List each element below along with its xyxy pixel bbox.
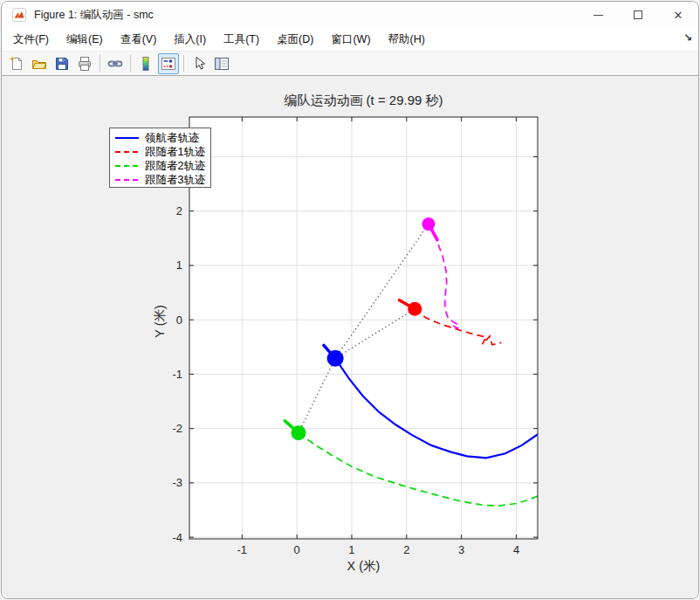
link-icon xyxy=(107,56,123,72)
property-inspector-button[interactable] xyxy=(211,53,232,74)
print-icon xyxy=(77,56,93,72)
dock-figure-icon[interactable]: ↘ xyxy=(683,31,692,44)
legend-line-sample xyxy=(115,137,139,140)
panel-icon xyxy=(214,56,230,72)
x-tick-label: 2 xyxy=(403,543,409,556)
x-tick-label: 4 xyxy=(513,543,519,556)
close-icon: ✕ xyxy=(674,10,683,21)
leader-marker xyxy=(327,350,344,367)
minimize-button[interactable] xyxy=(578,2,618,28)
menu-item-4[interactable]: 工具(T) xyxy=(215,29,268,51)
legend-label: 跟随者1轨迹 xyxy=(145,145,205,160)
y-tick-label: 0 xyxy=(176,314,182,327)
print-figure-button[interactable] xyxy=(74,53,95,74)
insert-legend-button[interactable] xyxy=(158,53,179,74)
open-file-button[interactable] xyxy=(29,53,50,74)
link-plot-button[interactable] xyxy=(105,53,126,74)
close-button[interactable]: ✕ xyxy=(658,2,698,28)
window-title: Figure 1: 编队动画 - smc xyxy=(34,8,154,23)
new-figure-button[interactable] xyxy=(6,53,27,74)
legend-icon xyxy=(161,56,176,72)
toolbar-separator xyxy=(100,55,100,72)
y-tick-label: 1 xyxy=(176,259,182,272)
maximize-icon xyxy=(634,10,642,19)
menu-item-1[interactable]: 编辑(E) xyxy=(58,29,112,51)
x-tick-label: 1 xyxy=(348,543,354,556)
figure-window: Figure 1: 编队动画 - smc ✕ 文件(F)编辑(E)查看(V)插入… xyxy=(1,1,699,599)
menu-bar: 文件(F)编辑(E)查看(V)插入(I)工具(T)桌面(D)窗口(W)帮助(H)… xyxy=(2,28,698,52)
x-axis-label: X (米) xyxy=(189,558,538,575)
toolbar-separator xyxy=(130,55,131,72)
toolbar-separator xyxy=(183,55,184,72)
legend-item-2[interactable]: 跟随者2轨迹 xyxy=(110,159,210,173)
minimize-icon xyxy=(594,15,603,16)
follower2-marker xyxy=(292,425,306,440)
y-tick-label: -3 xyxy=(172,476,182,489)
save-figure-button[interactable] xyxy=(51,53,72,74)
figure-toolbar xyxy=(2,52,698,76)
menu-item-0[interactable]: 文件(F) xyxy=(4,29,58,51)
x-tick-label: -1 xyxy=(237,543,248,556)
insert-colorbar-button[interactable] xyxy=(135,53,156,74)
y-tick-label: -2 xyxy=(172,422,182,435)
y-tick-label: 2 xyxy=(176,204,182,217)
cursor-arrow-icon xyxy=(191,56,207,72)
x-tick-label: 0 xyxy=(294,543,300,556)
menu-item-3[interactable]: 插入(I) xyxy=(165,29,215,51)
legend-line-sample xyxy=(115,165,139,167)
plot-title: 编队运动动画 (t = 29.99 秒) xyxy=(189,93,538,109)
menu-item-6[interactable]: 窗口(W) xyxy=(322,29,379,51)
legend-label: 跟随者2轨迹 xyxy=(145,159,205,174)
legend-label: 领航者轨迹 xyxy=(145,131,200,146)
legend-item-1[interactable]: 跟随者1轨迹 xyxy=(110,145,210,159)
new-figure-icon xyxy=(9,56,24,72)
follower1-marker xyxy=(408,302,422,316)
open-folder-icon xyxy=(31,56,47,72)
legend-line-sample xyxy=(115,179,139,181)
y-tick-label: -4 xyxy=(172,531,182,544)
menu-item-7[interactable]: 帮助(H) xyxy=(380,29,434,51)
menu-item-2[interactable]: 查看(V) xyxy=(112,29,166,51)
y-tick-label: -1 xyxy=(172,368,182,381)
figure-canvas: -101234-4-3-2-10123 编队运动动画 (t = 29.99 秒)… xyxy=(2,76,698,599)
title-bar: Figure 1: 编队动画 - smc ✕ xyxy=(2,2,698,28)
legend-box[interactable]: 领航者轨迹跟随者1轨迹跟随者2轨迹跟随者3轨迹 xyxy=(109,128,211,188)
y-axis-label: Y (米) xyxy=(152,295,166,348)
colorbar-icon xyxy=(138,56,154,72)
window-controls: ✕ xyxy=(578,2,698,28)
maximize-button[interactable] xyxy=(618,2,658,28)
plot-area: -101234-4-3-2-10123 xyxy=(2,76,699,599)
follower3-marker xyxy=(422,217,435,231)
save-icon xyxy=(54,56,70,72)
edit-plot-button[interactable] xyxy=(189,53,209,74)
matlab-logo-icon xyxy=(12,8,26,22)
legend-line-sample xyxy=(115,151,139,153)
legend-item-0[interactable]: 领航者轨迹 xyxy=(110,131,210,145)
x-tick-label: 3 xyxy=(458,543,464,556)
legend-label: 跟随者3轨迹 xyxy=(145,173,205,188)
menu-item-5[interactable]: 桌面(D) xyxy=(268,29,322,51)
legend-item-3[interactable]: 跟随者3轨迹 xyxy=(110,173,210,187)
